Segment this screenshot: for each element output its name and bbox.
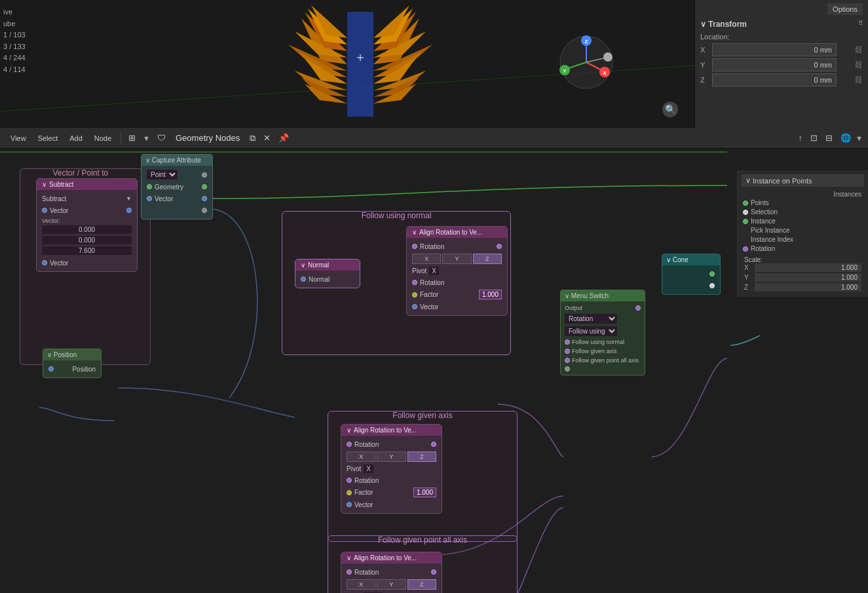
menu-switch-title: ∨ Menu Switch (561, 290, 645, 301)
capture-geometry-in-socket (147, 184, 152, 189)
location-label: Location: (700, 33, 863, 41)
iop-points-socket (743, 201, 748, 206)
align-point-rotation-in (347, 569, 352, 575)
subtract-z-input[interactable] (42, 246, 132, 255)
svg-text:Z: Z (585, 39, 588, 45)
render-icon[interactable]: 🌐 (837, 131, 854, 145)
align-axis-factor-input[interactable]: 1.000 (413, 488, 436, 497)
align-axis-rotation-out (431, 442, 436, 447)
y-location-row: Y ⛓ (700, 58, 863, 71)
cone-title: ∨ Cone (662, 254, 720, 265)
capture-attribute-node[interactable]: ∨ Capture Attribute Point Geometry Vecto… (141, 154, 213, 220)
menu-switch-body: Output Rotation Follow using normal Foll… (561, 301, 645, 375)
node-editor[interactable]: View Select Add Node ⊞ ▼ 🛡 Geometry Node… (0, 128, 868, 593)
subtract-y-input[interactable] (42, 236, 132, 244)
align-axis-y-btn[interactable]: Y (377, 451, 406, 462)
capture-domain-socket (202, 172, 207, 178)
align-rotation-point-title: ∨ Align Rotation to Ve... (341, 552, 442, 564)
capture-domain-select[interactable]: Point (147, 170, 178, 180)
up-arrow-icon[interactable]: ↑ (795, 131, 806, 145)
subtract-vector-in-socket (42, 208, 47, 213)
menu-switch-node[interactable]: ∨ Menu Switch Output Rotation Follow usi… (560, 290, 645, 375)
viewport-stats: ive ube 1 / 103 3 / 133 4 / 244 4 / 114 (3, 7, 26, 76)
align-rotation-normal-node[interactable]: ∨ Align Rotation to Ve... Rotation X Y Z… (406, 226, 508, 316)
subtract-node[interactable]: ∨ Subtract Subtract Subtract ▼ Vector Ve… (36, 178, 138, 272)
close-icon[interactable]: ✕ (260, 131, 274, 145)
cone-white-socket (709, 283, 715, 288)
align-normal-x-btn[interactable]: X (412, 254, 441, 264)
align-normal-factor-input[interactable]: 1.000 (479, 290, 502, 299)
topbar-add-btn[interactable]: Add (64, 132, 88, 144)
position-title: ∨ Position (43, 349, 101, 360)
3d-viewport[interactable]: ive ube 1 / 103 3 / 133 4 / 244 4 / 114 (0, 0, 694, 128)
z-link-icon: ⛓ (855, 75, 863, 85)
align-normal-pivot-val[interactable]: X (429, 267, 439, 275)
menu-switch-output-label: Output (565, 305, 633, 311)
topbar-node-btn[interactable]: Node (89, 132, 117, 144)
subtract-vector-out-socket (126, 208, 132, 213)
zoom-icon[interactable]: 🔍 (662, 102, 678, 117)
y-axis-label: Y (700, 61, 709, 69)
align-normal-y-btn[interactable]: Y (442, 254, 471, 264)
align-axis-vector-socket (347, 502, 352, 507)
normal-out-socket (301, 277, 306, 282)
align-axis-z-btn[interactable]: Z (407, 451, 436, 462)
topbar-select-btn[interactable]: Select (33, 132, 64, 144)
node-canvas[interactable]: Vector / Point to follow ∨ Capture Attri… (0, 149, 868, 593)
topbar-view-btn[interactable]: View (5, 132, 31, 144)
align-rotation-axis-node[interactable]: ∨ Align Rotation to Ve... Rotation X Y Z… (341, 424, 442, 514)
y-link-icon: ⛓ (855, 60, 863, 69)
align-point-x-btn[interactable]: X (347, 579, 375, 590)
z-location-input[interactable] (712, 73, 837, 86)
x-location-input[interactable] (712, 43, 837, 56)
x-link-icon: ⛓ (855, 45, 863, 54)
node-type-icon[interactable]: ⊞ (125, 131, 139, 145)
svg-point-39 (603, 52, 613, 62)
y-location-input[interactable] (712, 58, 837, 71)
pin-icon[interactable]: 📌 (275, 131, 292, 145)
navigation-gizmo[interactable]: Z X Y (557, 33, 616, 92)
iop-selection-socket (743, 210, 748, 215)
align-rotation-point-node[interactable]: ∨ Align Rotation to Ve... Rotation X Y Z… (341, 552, 442, 593)
z-location-row: Z ⛓ (700, 73, 863, 86)
menu-switch-item2-socket (565, 349, 570, 354)
menu-switch-item3-label: Follow given point all axis (572, 357, 641, 364)
menu-switch-mode-select[interactable]: Follow using normal (565, 326, 617, 336)
instances-label: Instances (742, 189, 864, 199)
iop-scale-x: 1.000 (755, 263, 861, 272)
cone-out-socket (709, 271, 715, 277)
subtract-x-input[interactable] (42, 225, 132, 234)
follow-point-group-label: Follow given point all axis (378, 535, 467, 545)
copy-icon[interactable]: ⧉ (246, 131, 259, 145)
iop-instance-socket (743, 219, 748, 224)
align-axis-x-btn[interactable]: X (347, 451, 375, 462)
align-point-xyz-row: X Y Z (341, 578, 442, 591)
align-normal-rotation-in (412, 244, 417, 249)
align-point-y-btn[interactable]: Y (377, 579, 406, 590)
cone-node[interactable]: ∨ Cone (662, 254, 721, 295)
node-view-icon[interactable]: ⊡ (807, 131, 821, 145)
subtract-out-socket (42, 260, 47, 265)
menu-switch-item1-socket (565, 339, 570, 345)
normal-node[interactable]: ∨ Normal Normal (295, 259, 360, 288)
position-node[interactable]: ∨ Position Position (43, 349, 102, 378)
properties-panel: Options ∨ Transform ⠿ Location: X ⛓ Y ⛓ … (694, 0, 868, 128)
iop-scale-y: 1.000 (755, 273, 861, 282)
align-rotation-axis-title: ∨ Align Rotation to Ve... (341, 425, 442, 436)
align-axis-pivot-val[interactable]: X (364, 465, 373, 473)
menu-switch-extra-socket (565, 366, 570, 372)
position-out-socket (48, 366, 54, 372)
align-normal-z-btn[interactable]: Z (473, 254, 502, 264)
options-button[interactable]: Options (827, 3, 863, 15)
iop-scale-z: 1.000 (755, 283, 861, 292)
subtract-node-title: ∨ Subtract (37, 179, 137, 190)
align-normal-xyz-row: X Y Z (407, 252, 507, 265)
layout-icon[interactable]: ⊟ (822, 131, 836, 145)
topbar-separator (121, 132, 121, 145)
align-normal-vector-socket (412, 304, 417, 309)
transform-section-title: ∨ Transform ⠿ (700, 20, 863, 29)
menu-switch-type-select[interactable]: Rotation (565, 314, 617, 324)
instance-on-points-panel: ∨ Instance on Points Instances Points Se… (737, 170, 868, 297)
align-point-z-btn[interactable]: Z (407, 579, 436, 590)
align-axis-pivot-row: Pivot X (341, 463, 442, 474)
